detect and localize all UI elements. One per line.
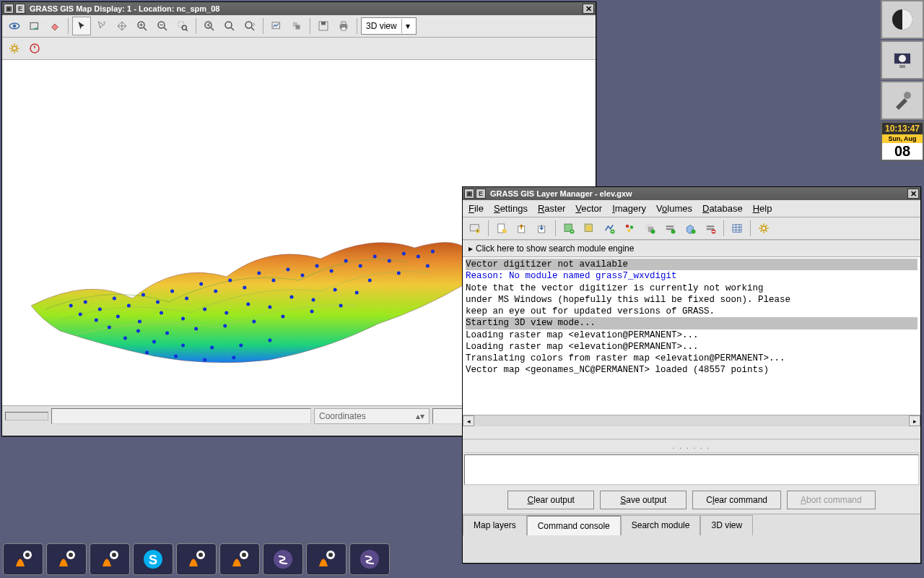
add-vector-misc-icon[interactable] (620, 219, 639, 238)
quit-3d-icon[interactable] (25, 39, 44, 58)
expand-icon[interactable]: ▸ (468, 243, 473, 254)
print-icon[interactable] (334, 17, 353, 35)
new-workspace-icon[interactable] (492, 219, 511, 238)
close-icon[interactable]: ✕ (907, 189, 919, 199)
console-scrollbar[interactable]: ◂ ▸ (463, 415, 920, 426)
svg-point-87 (502, 229, 507, 233)
chevron-updown-icon[interactable]: ▴▾ (416, 411, 424, 421)
tab-command-console[interactable]: Command console (527, 515, 621, 535)
new-display-icon[interactable]: + (466, 219, 484, 238)
pointer-icon[interactable] (72, 17, 91, 35)
scroll-left-icon[interactable]: ◂ (463, 415, 474, 426)
window-e-icon[interactable]: E (476, 189, 486, 199)
add-raster-icon[interactable]: + (559, 219, 578, 238)
tray-logo-icon[interactable] (881, 0, 924, 39)
add-group-icon[interactable] (661, 219, 679, 238)
zoom-in-icon[interactable] (133, 17, 152, 35)
menu-help[interactable]: Help (753, 203, 772, 214)
desktop-clock[interactable]: 10:13:47 Sun, Aug 08 (881, 121, 924, 161)
svg-point-113 (25, 553, 30, 557)
tab-search-module[interactable]: Search module (621, 515, 701, 535)
svg-point-73 (165, 332, 169, 335)
erase-icon[interactable] (45, 17, 64, 35)
window-e-icon[interactable]: E (15, 4, 25, 14)
zoom-extent-icon[interactable] (220, 17, 239, 35)
svg-point-35 (271, 279, 275, 282)
open-workspace-icon[interactable] (513, 219, 531, 238)
svg-point-102 (651, 230, 655, 234)
clear-output-button[interactable]: Clear output (507, 491, 594, 509)
task-item[interactable] (90, 543, 130, 575)
tray-tools-icon[interactable] (881, 81, 924, 120)
zoom-out-icon[interactable] (153, 17, 172, 35)
menu-settings[interactable]: Settings (494, 203, 528, 214)
svg-point-1 (13, 25, 17, 28)
svg-point-29 (185, 297, 188, 301)
pan-icon[interactable] (113, 17, 131, 35)
command-input[interactable] (464, 454, 919, 485)
add-overlay-icon[interactable] (640, 219, 659, 238)
remove-layer-icon[interactable] (701, 219, 720, 238)
query-icon[interactable]: ? (92, 17, 111, 35)
analyze-icon[interactable] (267, 17, 286, 35)
svg-point-69 (232, 356, 235, 360)
task-item[interactable] (46, 543, 87, 575)
task-item[interactable] (306, 543, 346, 575)
svg-point-99 (627, 229, 631, 233)
attribute-table-icon[interactable] (728, 219, 746, 238)
window-menu-icon[interactable]: ▣ (464, 189, 474, 199)
menu-vector[interactable]: Vector (575, 203, 602, 214)
menu-volumes[interactable]: Volumes (656, 203, 692, 214)
coord-mode-select[interactable]: Coordinates ▴▾ (314, 408, 430, 424)
overlay-icon[interactable] (287, 17, 306, 35)
svg-point-53 (225, 311, 228, 315)
tray-monitor-icon[interactable] (881, 40, 924, 79)
task-item[interactable] (3, 543, 43, 575)
svg-rect-131 (899, 65, 905, 68)
tab-map-layers[interactable]: Map layers (463, 515, 527, 535)
menu-imagery[interactable]: Imagery (612, 203, 646, 214)
task-emacs[interactable] (349, 543, 390, 575)
svg-rect-17 (341, 22, 346, 25)
window-menu-icon[interactable]: ▣ (4, 4, 14, 14)
svg-point-55 (268, 306, 271, 309)
view-mode-select[interactable]: 3D view ▾ (361, 17, 417, 35)
render-map-icon[interactable] (5, 17, 24, 35)
task-item[interactable] (176, 543, 217, 575)
task-skype[interactable]: S (133, 543, 173, 575)
add-vector-icon[interactable]: + (600, 219, 619, 238)
chevron-down-icon[interactable]: ▾ (401, 19, 414, 33)
scroll-track[interactable] (474, 415, 909, 426)
svg-point-44 (402, 252, 406, 256)
add-3d-icon[interactable] (681, 219, 699, 238)
svg-point-60 (123, 337, 127, 340)
close-icon[interactable]: ✕ (583, 4, 594, 14)
save-display-icon[interactable] (314, 17, 333, 35)
scroll-right-icon[interactable]: ▸ (909, 415, 920, 426)
abort-command-button: Abort command (787, 491, 876, 509)
tab-3d-view[interactable]: 3D view (700, 515, 753, 535)
save-output-button[interactable]: Save output (600, 491, 687, 509)
zoom-region-icon[interactable] (173, 17, 192, 35)
resize-grip[interactable]: . . . . . . (463, 439, 920, 453)
task-item[interactable] (219, 543, 260, 575)
zoom-menu-icon[interactable] (240, 17, 259, 35)
map-titlebar[interactable]: ▣ E GRASS GIS Map Display: 1 - Location:… (2, 2, 596, 15)
display-map-icon[interactable] (25, 17, 44, 35)
menu-file[interactable]: File (468, 203, 484, 214)
svg-point-62 (181, 344, 185, 348)
menu-raster[interactable]: Raster (538, 203, 565, 214)
preferences-icon[interactable] (754, 219, 773, 238)
task-emacs[interactable] (263, 543, 303, 575)
save-workspace-icon[interactable] (533, 219, 552, 238)
layer-titlebar[interactable]: ▣ E GRASS GIS Layer Manager - elev.gxw ✕ (463, 187, 920, 200)
console-button-row: Clear output Save output Clear command A… (463, 486, 920, 514)
add-raster-misc-icon[interactable] (580, 219, 598, 238)
zoom-last-icon[interactable] (200, 17, 219, 35)
search-module-row[interactable]: ▸ Click here to show search module engin… (463, 240, 920, 257)
menu-database[interactable]: Database (702, 203, 743, 214)
clear-command-button[interactable]: Clear command (692, 491, 781, 509)
svg-point-21 (69, 304, 73, 308)
settings-icon[interactable] (5, 39, 24, 58)
console-load1: Loading raster map <elevation@PERMANENT>… (466, 329, 918, 341)
